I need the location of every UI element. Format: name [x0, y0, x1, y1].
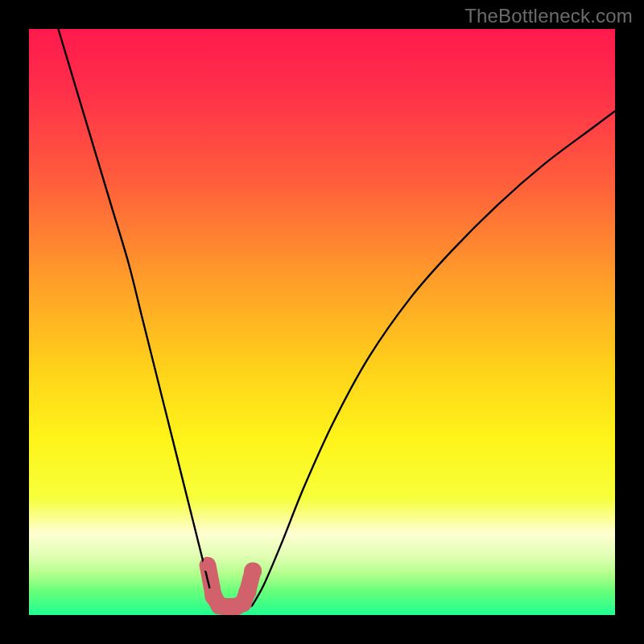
marker-dot — [244, 562, 262, 580]
gradient-background — [29, 29, 615, 615]
marker-dot — [201, 559, 213, 571]
plot-area — [29, 29, 615, 615]
watermark-text: TheBottleneck.com — [464, 5, 633, 27]
marker-dot — [239, 583, 257, 601]
chart-svg — [29, 29, 615, 615]
chart-frame: TheBottleneck.com — [0, 0, 644, 644]
